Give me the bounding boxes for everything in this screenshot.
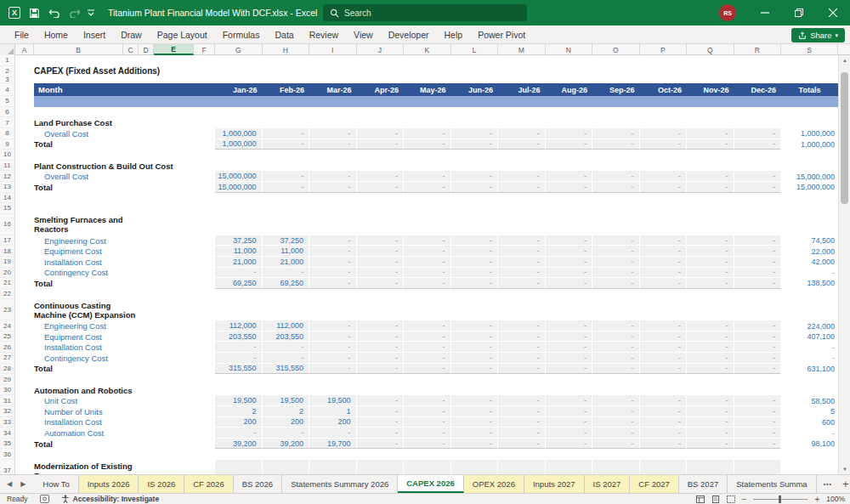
row-number[interactable]: 17 [0, 235, 15, 246]
cell[interactable]: - [734, 257, 782, 268]
cell[interactable]: - [309, 320, 357, 331]
cell[interactable] [15, 214, 34, 235]
item-label[interactable]: Installation Cost [34, 257, 215, 268]
sheet-tab-inputs-2026[interactable]: Inputs 2026 [79, 475, 139, 493]
sheet-tab-inputs-2027[interactable]: Inputs 2027 [524, 475, 585, 493]
cell[interactable]: - [687, 235, 734, 246]
cell[interactable]: - [640, 268, 688, 279]
cell[interactable] [15, 203, 34, 214]
item-label[interactable]: Installation Cost [34, 342, 215, 353]
total-cell[interactable]: 1,000,000 [781, 128, 838, 139]
cell[interactable]: - [357, 342, 405, 353]
cell[interactable]: - [640, 278, 688, 289]
cell[interactable]: - [498, 278, 546, 289]
cell[interactable]: - [498, 417, 546, 428]
ribbon-tab-developer[interactable]: Developer [381, 25, 437, 44]
cell[interactable]: 19,700 [309, 439, 357, 450]
cell[interactable]: - [592, 320, 640, 331]
cell[interactable]: - [309, 278, 357, 289]
cell[interactable]: - [451, 320, 499, 331]
cell[interactable]: - [592, 278, 640, 289]
total-cell[interactable]: 138,500 [781, 278, 838, 289]
cell[interactable]: - [640, 428, 688, 439]
cell[interactable]: - [734, 331, 782, 343]
cell[interactable]: - [640, 395, 688, 406]
cell[interactable]: 21,000 [263, 257, 310, 268]
cell[interactable]: - [640, 235, 688, 246]
cell[interactable]: - [592, 353, 640, 364]
cell[interactable] [15, 449, 34, 460]
row-number[interactable]: 4 [0, 83, 15, 96]
total-cell[interactable]: 15,000,000 [781, 182, 838, 193]
column-header-L[interactable]: L [451, 44, 499, 55]
select-all-corner[interactable] [0, 44, 15, 55]
cell[interactable]: - [357, 268, 405, 279]
cell[interactable]: - [734, 342, 782, 353]
row-number[interactable]: 27 [0, 353, 15, 364]
cell[interactable]: - [451, 342, 499, 353]
cell[interactable]: - [734, 439, 782, 450]
cell[interactable]: - [640, 331, 688, 343]
ribbon-tab-review[interactable]: Review [302, 25, 346, 44]
cell[interactable]: - [592, 182, 640, 193]
total-cell[interactable] [781, 460, 838, 474]
cell[interactable]: - [687, 406, 734, 417]
cell[interactable] [15, 289, 34, 300]
total-cell[interactable]: 407,100 [781, 331, 838, 343]
cell[interactable]: - [498, 428, 546, 439]
cell[interactable]: - [309, 342, 357, 353]
column-header-R[interactable]: R [734, 44, 782, 55]
cell[interactable]: - [498, 353, 546, 364]
cell[interactable]: - [592, 246, 640, 257]
cell[interactable] [640, 460, 688, 474]
cell[interactable] [15, 439, 34, 450]
cell[interactable] [15, 128, 34, 139]
cell[interactable]: - [309, 246, 357, 257]
cell[interactable] [15, 96, 34, 107]
cell[interactable] [15, 193, 34, 204]
macro-record-icon[interactable] [40, 495, 49, 503]
cell[interactable]: - [546, 439, 593, 450]
row-number[interactable]: 30 [0, 385, 15, 396]
sheet-tab-bs-2026[interactable]: BS 2026 [234, 475, 282, 493]
cell[interactable]: - [592, 342, 640, 353]
cell[interactable]: - [404, 395, 451, 406]
cell[interactable] [687, 460, 734, 474]
total-cell[interactable]: 600 [781, 417, 838, 428]
page-layout-view-icon[interactable] [711, 496, 720, 503]
column-header-B[interactable]: B [34, 44, 123, 55]
ribbon-tab-insert[interactable]: Insert [76, 25, 113, 44]
cell[interactable]: - [404, 353, 451, 364]
row-number[interactable]: 12 [0, 171, 15, 182]
total-cell[interactable]: 224,000 [781, 320, 838, 331]
column-header-K[interactable]: K [404, 44, 451, 55]
restore-button[interactable] [782, 0, 816, 25]
column-header-Q[interactable]: Q [687, 44, 734, 55]
cell[interactable]: - [592, 417, 640, 428]
excel-app-icon[interactable]: X [8, 7, 20, 19]
cell[interactable]: - [687, 364, 734, 375]
cell[interactable]: - [263, 428, 310, 439]
cell[interactable]: - [404, 182, 451, 193]
total-label[interactable]: Total [34, 278, 215, 289]
cell[interactable]: - [640, 353, 688, 364]
row-number[interactable]: 37 [0, 460, 15, 474]
cell[interactable]: - [734, 182, 782, 193]
cell[interactable] [15, 364, 34, 375]
cell[interactable] [15, 257, 34, 268]
cell[interactable] [15, 460, 34, 474]
cell[interactable]: - [687, 182, 734, 193]
cell[interactable]: - [451, 128, 499, 139]
cell[interactable]: - [357, 320, 405, 331]
cell[interactable]: - [309, 331, 357, 343]
cell[interactable]: - [404, 235, 451, 246]
row-number[interactable]: 18 [0, 246, 15, 257]
cell[interactable]: - [687, 246, 734, 257]
cell[interactable]: 112,000 [215, 320, 263, 331]
column-header-O[interactable]: O [592, 44, 640, 55]
row-number[interactable]: 7 [0, 117, 15, 128]
cell[interactable]: - [546, 342, 593, 353]
cell[interactable]: - [687, 342, 734, 353]
cell[interactable]: - [309, 182, 357, 193]
sheet-tab-bs-2027[interactable]: BS 2027 [679, 475, 728, 493]
